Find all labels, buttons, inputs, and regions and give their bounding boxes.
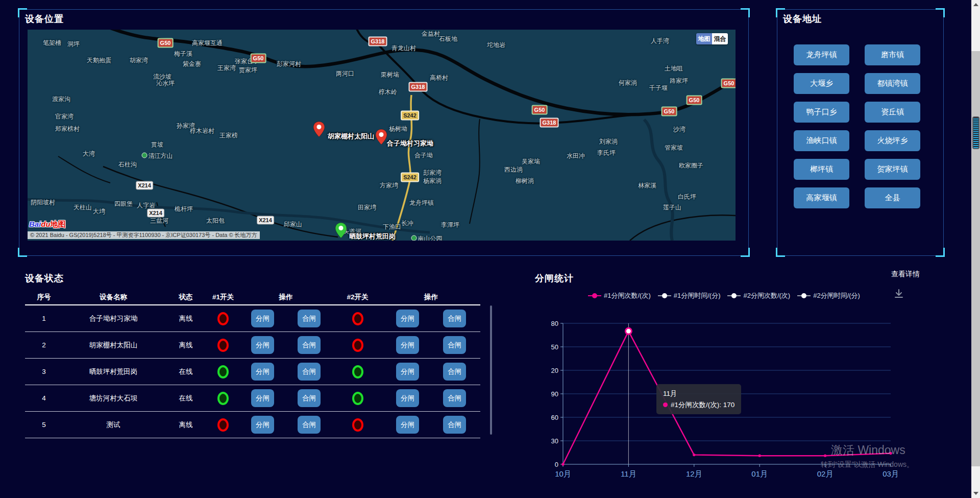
road-shield-badge: X214: [257, 216, 274, 225]
map-place-label: 胡家湾: [130, 56, 148, 65]
legend-item-2[interactable]: #2分闸次数/(次): [727, 291, 790, 300]
map-type-map-button[interactable]: 地图: [696, 33, 712, 44]
legend-series-icon: [727, 293, 741, 299]
tooltip-entry: #1分闸次数/(次): 170: [663, 399, 734, 411]
open-switch-button[interactable]: 分闸: [251, 336, 274, 354]
switch1-operation-cell: 分闸合闸: [238, 336, 333, 354]
svg-text:11月: 11月: [621, 469, 636, 478]
windows-activation-watermark: 激活 Windows: [831, 442, 905, 458]
map-place-label: 管家坡: [665, 144, 683, 152]
switch-indicator-icon: [217, 312, 229, 325]
dashboard-page: { "device_location": { "title": "设备位置", …: [0, 0, 980, 498]
scroll-down-arrow-icon[interactable]: [973, 492, 978, 495]
table-header-row: 序号设备名称状态#1开关操作#2开关操作: [25, 290, 480, 305]
open-switch-button[interactable]: 分闸: [251, 389, 274, 407]
corner-bracket: [936, 248, 945, 257]
address-button-1[interactable]: 磨市镇: [865, 44, 920, 65]
table-row: 3晒鼓坪村荒田岗在线分闸合闸分闸合闸: [25, 359, 480, 385]
map-place-label: 柳树淌: [516, 177, 534, 185]
switch2-indicator-cell: [333, 312, 382, 325]
map-place-label: 路家坪: [670, 77, 688, 85]
address-button-10[interactable]: 高家堰镇: [794, 187, 849, 208]
address-button-9[interactable]: 贺家坪镇: [865, 159, 920, 180]
corner-bracket: [776, 8, 785, 17]
view-details-link[interactable]: 查看详情: [891, 270, 920, 279]
svg-text:03月: 03月: [883, 469, 899, 478]
page-scrollbar-track[interactable]: [971, 0, 980, 498]
close-switch-button[interactable]: 合闸: [443, 416, 466, 434]
close-switch-button[interactable]: 合闸: [298, 363, 321, 381]
chart-tooltip: 11月 #1分闸次数/(次): 170: [656, 384, 741, 414]
map-place-label: 贯坡: [151, 140, 163, 149]
map-place-label: 三盆河: [150, 217, 168, 225]
switch2-indicator-cell: [333, 339, 382, 352]
road-shield-badge: X214: [136, 181, 153, 190]
page-scrollbar-thumb[interactable]: [972, 116, 979, 149]
svg-text:120: 120: [551, 367, 558, 374]
table-scrollbar[interactable]: [490, 305, 492, 435]
close-switch-button[interactable]: 合闸: [443, 363, 466, 381]
download-icon[interactable]: [893, 288, 904, 299]
map-place-label: 土地咀: [665, 64, 683, 73]
legend-item-3[interactable]: #2分闸时间/(分): [797, 291, 860, 300]
legend-label: #2分闸次数/(次): [743, 291, 790, 300]
open-switch-button[interactable]: 分闸: [396, 389, 419, 407]
address-button-4[interactable]: 鸭子口乡: [794, 102, 849, 123]
open-switch-button[interactable]: 分闸: [396, 416, 419, 434]
legend-item-0[interactable]: #1分闸次数/(次): [588, 291, 651, 300]
address-button-3[interactable]: 都镇湾镇: [865, 73, 920, 94]
map-place-label: 彭家河村: [277, 60, 301, 68]
close-switch-button[interactable]: 合闸: [298, 310, 321, 327]
map-type-hybrid-button[interactable]: 混合: [712, 33, 728, 44]
address-button-11[interactable]: 全县: [865, 187, 920, 208]
open-switch-button[interactable]: 分闸: [396, 363, 419, 381]
close-switch-button[interactable]: 合闸: [298, 336, 321, 354]
svg-text:60: 60: [551, 414, 558, 421]
legend-label: #1分闸次数/(次): [604, 291, 651, 300]
address-button-2[interactable]: 大堰乡: [794, 73, 849, 94]
address-button-8[interactable]: 榔坪镇: [794, 159, 849, 180]
address-button-6[interactable]: 渔峡口镇: [794, 130, 849, 151]
map-pin-icon[interactable]: [313, 121, 325, 137]
map-pin-icon[interactable]: [335, 222, 347, 239]
open-switch-button[interactable]: 分闸: [396, 310, 419, 327]
map-place-label: 刘家淌: [599, 137, 618, 146]
map-place-label: 高家堰互通: [192, 39, 223, 48]
legend-series-icon: [588, 293, 601, 299]
windows-activation-watermark-sub: 转到“设置”以激活 Windows。: [821, 460, 914, 469]
legend-item-1[interactable]: #1分闸时间/(分): [658, 291, 721, 300]
open-switch-button[interactable]: 分闸: [396, 336, 419, 354]
open-switch-button[interactable]: 分闸: [251, 310, 274, 327]
address-button-5[interactable]: 资丘镇: [865, 102, 920, 123]
switch1-indicator-cell: [208, 365, 238, 378]
map-place-label: 梅子溪: [174, 50, 192, 58]
map-place-label: 李潭坪: [441, 221, 459, 229]
close-switch-button[interactable]: 合闸: [298, 416, 321, 434]
close-switch-button[interactable]: 合闸: [443, 389, 466, 407]
map-place-label: 彭家湾: [423, 169, 442, 177]
map-place-label: 沁水坪: [156, 79, 175, 88]
baidu-map[interactable]: 笔架槽洞坪天鹅抱蛋胡家湾高家堰互通梅子溪紫金寨张家台子彭家河村金益村石板地青龙山…: [28, 30, 736, 241]
map-pin-icon[interactable]: [375, 129, 387, 145]
road-shield-badge: G50: [687, 96, 702, 105]
scroll-up-arrow-icon[interactable]: [973, 3, 978, 6]
map-place-label: 天柱山: [74, 203, 92, 212]
open-switch-button[interactable]: 分闸: [251, 363, 274, 381]
address-button-7[interactable]: 火烧坪乡: [865, 130, 920, 151]
map-place-label: 太阳包: [206, 217, 225, 225]
road-shield-badge: X214: [147, 209, 164, 218]
row-index-cell: 2: [25, 341, 63, 349]
close-switch-button[interactable]: 合闸: [443, 310, 466, 327]
close-switch-button[interactable]: 合闸: [298, 389, 321, 407]
map-place-label: 清江方山: [142, 152, 173, 160]
map-place-label: 龙舟坪镇: [409, 199, 434, 207]
map-place-label: 田家塆: [358, 203, 376, 212]
close-switch-button[interactable]: 合闸: [443, 336, 466, 354]
corner-bracket: [741, 8, 750, 17]
open-switch-button[interactable]: 分闸: [251, 416, 274, 434]
address-button-0[interactable]: 龙舟坪镇: [794, 44, 849, 65]
status-cell: 在线: [164, 394, 208, 403]
row-index-cell: 5: [25, 421, 63, 429]
map-place-label: 两河口: [336, 69, 354, 78]
map-place-label: 天鹅抱蛋: [87, 56, 111, 65]
